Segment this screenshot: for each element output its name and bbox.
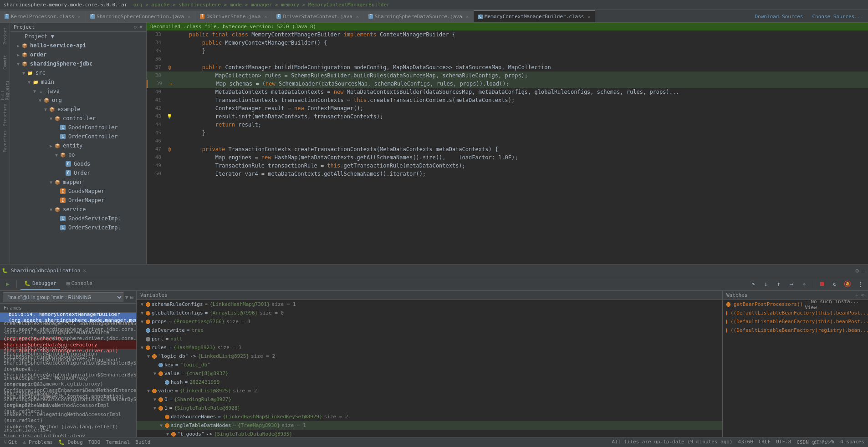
tab-close[interactable]: ✕ (466, 14, 469, 19)
left-tab-pull[interactable]: Pull Requests (1, 77, 9, 100)
variable-item[interactable]: ▼"t_goods" -> {SingleTableDataNode@8935} (137, 430, 722, 437)
filter-btn[interactable]: ⊟ (130, 294, 133, 300)
todo-status[interactable]: TODO (88, 439, 101, 445)
more-btn[interactable]: ⋮ (855, 279, 865, 289)
tab-kernelprocessor[interactable]: C KernelProcessor.class ✕ (0, 10, 86, 22)
frame-item[interactable]: invoke:43, DelegatingMethodAccessorImpl … (0, 413, 136, 422)
tab-close[interactable]: ✕ (356, 14, 359, 19)
resume-btn[interactable]: ▶ (3, 279, 13, 289)
tree-item[interactable]: ▼📁main (10, 77, 146, 86)
choose-sources-btn[interactable]: Choose Sources... (807, 10, 868, 22)
tree-item[interactable]: ▼📁src (10, 68, 146, 77)
tab-close[interactable]: ✕ (78, 14, 81, 19)
variable-item[interactable]: port = null (137, 335, 722, 343)
thread-dropdown-arrow-btn[interactable]: ▼ (125, 294, 128, 300)
tree-item[interactable]: ▼📦service (10, 205, 146, 214)
tree-item[interactable]: ▼📦po (10, 150, 146, 159)
add-watch-btn[interactable]: + ∞ (855, 292, 864, 298)
tab-shardingsphereconnection[interactable]: C ShardingSphereConnection.java ✕ (86, 10, 195, 22)
tab-driverstatecontext[interactable]: C DriverStateContext.java ✕ (272, 10, 363, 22)
tab-memorycontextmanager[interactable]: C MemoryContextManagerBuilder.class ✕ (474, 10, 596, 22)
debug-status[interactable]: 🐛 Debug (58, 439, 83, 445)
var-expand[interactable]: ▼ (164, 432, 171, 437)
tab-close[interactable]: ✕ (264, 14, 267, 19)
variable-item[interactable]: ▼props = {Properties@5766}size = 1 (137, 317, 722, 326)
var-expand[interactable]: ▼ (138, 302, 146, 307)
tree-item[interactable]: ▶📦order (10, 50, 146, 59)
project-settings-icon[interactable]: ⚙ ▼ (133, 24, 143, 30)
left-tab-commit[interactable]: Commit (1, 51, 9, 74)
variable-item[interactable]: key = "logic_db" (137, 361, 722, 369)
stop-btn[interactable]: ⏹ (817, 279, 827, 289)
tree-item[interactable]: COrderController (10, 132, 146, 141)
thread-dropdown[interactable]: "main"@1 in group "main": RUNNING (3, 292, 123, 302)
tree-item[interactable]: ▼☕java (10, 86, 146, 96)
variable-item[interactable]: ▼schemaRuleConfigs = {LinkedHashMap@7301… (137, 300, 722, 309)
tree-item[interactable]: IOrderMapper (10, 196, 146, 205)
git-status[interactable]: ⑂ Git (4, 439, 17, 445)
debug-settings-icon[interactable]: ⚙ (855, 267, 859, 274)
tab-shardingsphereDatasource[interactable]: C ShardingSphereDataSource.java ✕ (364, 10, 474, 22)
var-expand[interactable]: ▼ (158, 423, 165, 428)
run-cursor-btn[interactable]: → (786, 279, 797, 289)
variable-item[interactable]: ▼1 = {SingleTableRule@8928} (137, 404, 722, 412)
variable-item[interactable]: ▼rules = {HashMap@8921}size = 1 (137, 343, 722, 352)
tree-item[interactable]: CGoodsController (10, 123, 146, 132)
left-tab-favorites[interactable]: Favorites (1, 130, 9, 153)
tree-item[interactable]: ▼📦shardingSphere-jdbc (10, 59, 146, 68)
step-out-btn[interactable]: ↑ (774, 279, 784, 289)
var-expand[interactable]: ▼ (145, 354, 152, 359)
variable-item[interactable]: isOverwrite = true (137, 326, 722, 335)
terminal-status[interactable]: Terminal (106, 439, 130, 445)
debug-minimize-icon[interactable]: — (863, 267, 866, 274)
var-expand[interactable]: ▼ (151, 371, 158, 376)
var-expand[interactable]: ▼ (151, 406, 158, 411)
variable-item[interactable]: ▼value = {LinkedList@8925}size = 2 (137, 386, 722, 395)
mute-btn[interactable]: 🔕 (842, 279, 853, 289)
variable-item[interactable]: ▼0 = {ShardingRule@8927} (137, 395, 722, 404)
tree-item[interactable]: Project ▼ (10, 32, 146, 41)
variable-item[interactable]: dataSourceNames = {LinkedHashMap$LinkedK… (137, 412, 722, 421)
tree-item[interactable]: COrder (10, 168, 146, 178)
build-status[interactable]: Build (135, 439, 150, 445)
tree-item[interactable]: ▶📦hello-service-api (10, 41, 146, 50)
step-over-btn[interactable]: ↷ (748, 279, 758, 289)
code-area[interactable]: 33 public final class MemoryContextManag… (147, 30, 868, 264)
problems-status[interactable]: ⚠ Problems (23, 439, 53, 445)
debug-panel: 🐛 ShardingJdbcApplication ✕ ⚙ — ▶ 🐛 Debu… (0, 264, 868, 437)
tab-close[interactable]: ✕ (587, 14, 590, 19)
var-expand[interactable]: ▼ (138, 345, 146, 350)
tab-okdriverstate[interactable]: I OKDriverState.java ✕ (195, 10, 272, 22)
tree-item[interactable]: ▶📦entity (10, 141, 146, 150)
variable-item[interactable]: ▼value = {char[8]@8937} (137, 369, 722, 378)
restart-btn[interactable]: ↻ (830, 279, 840, 289)
tree-item[interactable]: IGoodsMapper (10, 187, 146, 196)
debug-session-close[interactable]: ✕ (83, 268, 86, 274)
var-expand[interactable]: ▼ (145, 388, 152, 393)
left-tab-project[interactable]: Project (1, 25, 9, 47)
tree-item[interactable]: COrderServiceImpl (10, 223, 146, 232)
tree-item[interactable]: ▼📦controller (10, 114, 146, 123)
tree-item[interactable]: CGoodsServiceImpl (10, 214, 146, 223)
tree-icon: 📦 (21, 51, 28, 58)
debugger-tab[interactable]: 🐛 Debugger (20, 278, 60, 290)
variable-item[interactable]: hash = 2022431999 (137, 378, 722, 386)
var-expand[interactable]: ▼ (151, 397, 158, 402)
download-sources-btn[interactable]: Download Sources (750, 10, 807, 22)
tab-close[interactable]: ✕ (188, 14, 190, 19)
tree-item[interactable]: ▼📦mapper (10, 178, 146, 187)
variable-item[interactable]: ▼singleTableDataNodes = {TreeMap@8930}si… (137, 421, 722, 430)
variable-item[interactable]: ▼globalRuleConfigs = {ArrayList@7996}siz… (137, 309, 722, 317)
frame-item[interactable]: instantiate:154, SimpleInstantiationStra… (0, 431, 136, 437)
evaluate-btn[interactable]: ✧ (799, 279, 809, 289)
left-tab-structure[interactable]: Structure (1, 104, 9, 127)
status-right: All files are up-to-date (9 minutes ago)… (612, 439, 864, 446)
tree-item[interactable]: ▼📦example (10, 105, 146, 114)
console-tab[interactable]: ▤ Console (63, 278, 96, 290)
var-expand[interactable]: ▼ (138, 319, 146, 324)
step-into-btn[interactable]: ↓ (761, 279, 771, 289)
variable-item[interactable]: ▼"logic_db" -> {LinkedList@8925}size = 2 (137, 352, 722, 361)
tree-item[interactable]: CGoods (10, 159, 146, 168)
var-expand[interactable]: ▼ (138, 310, 146, 315)
tree-item[interactable]: ▼📦org (10, 96, 146, 105)
